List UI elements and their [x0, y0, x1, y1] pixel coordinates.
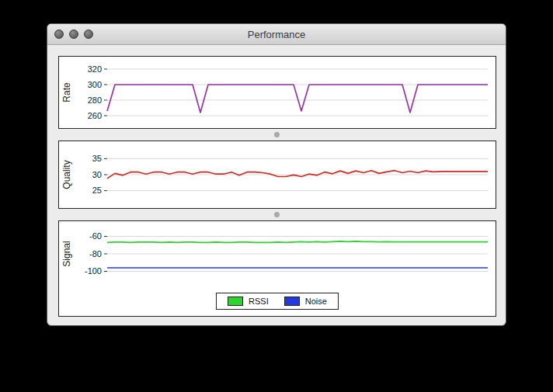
svg-text:280: 280 [88, 95, 102, 105]
pane-splitter-handle[interactable] [274, 132, 280, 137]
signal-legend: RSSI Noise [216, 293, 339, 310]
svg-text:Signal: Signal [61, 241, 72, 266]
window-title: Performance [248, 29, 305, 40]
quality-chart: 253035Quality [59, 141, 496, 208]
pane-gap [58, 209, 495, 220]
legend-item-rssi: RSSI [228, 297, 269, 306]
svg-text:-80: -80 [89, 249, 102, 258]
svg-text:300: 300 [88, 80, 102, 89]
title-bar[interactable]: Performance [47, 24, 506, 45]
signal-chart: -100-80-60Signal [59, 221, 496, 286]
pane-gap [58, 129, 495, 140]
svg-text:Quality: Quality [61, 160, 72, 189]
close-button[interactable] [54, 29, 64, 39]
signal-panel: -100-80-60Signal RSSI Noise [58, 220, 496, 317]
rate-chart: 260280300320Rate [59, 57, 496, 128]
rssi-swatch-icon [228, 297, 243, 306]
minimize-button[interactable] [69, 29, 78, 39]
noise-swatch-icon [284, 297, 300, 306]
svg-text:35: 35 [92, 154, 102, 163]
svg-text:260: 260 [88, 111, 102, 120]
svg-text:-100: -100 [85, 266, 102, 276]
legend-row: RSSI Noise [59, 293, 496, 310]
zoom-button[interactable] [84, 29, 93, 39]
window-content: 260280300320Rate 253035Quality -100-80-6… [47, 45, 506, 328]
legend-label-rssi: RSSI [249, 297, 269, 306]
rate-panel: 260280300320Rate [58, 56, 496, 129]
svg-text:-60: -60 [89, 231, 102, 241]
pane-splitter-handle[interactable] [274, 212, 280, 217]
legend-item-noise: Noise [284, 297, 327, 306]
quality-panel: 253035Quality [58, 140, 496, 209]
window-controls [54, 24, 93, 44]
svg-text:25: 25 [92, 186, 102, 195]
screen: { "window": { "title": "Performance", "b… [0, 0, 553, 392]
svg-text:30: 30 [92, 170, 102, 179]
legend-label-noise: Noise [305, 297, 327, 306]
performance-window: Performance 260280300320Rate 253035Quali… [47, 23, 506, 326]
svg-text:320: 320 [88, 64, 102, 74]
svg-text:Rate: Rate [61, 82, 72, 102]
